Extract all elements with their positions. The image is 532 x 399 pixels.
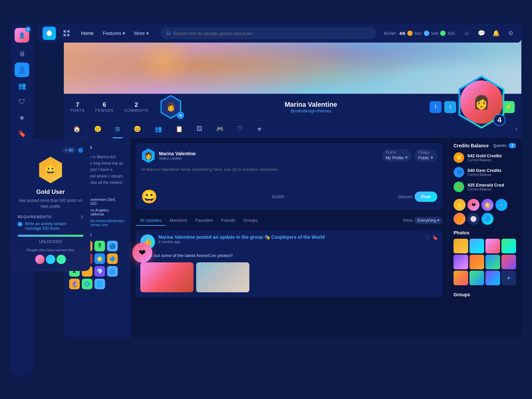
tab-star[interactable]: ★	[251, 123, 267, 135]
chat-button[interactable]: 💬	[476, 28, 487, 39]
tab-activity[interactable]: 🏠	[68, 123, 86, 135]
from-value: Los Angeles, California	[88, 208, 125, 216]
photo-9[interactable]	[454, 271, 468, 285]
app-logo	[43, 27, 56, 40]
badge-item-11: 💎	[94, 266, 105, 277]
search-bar[interactable]	[161, 27, 376, 39]
sidebar-item-star[interactable]: ★	[15, 110, 29, 125]
svg-rect-0	[64, 30, 66, 33]
composer-meta: Marina Valentine Status Update	[159, 151, 378, 160]
badge-popup-card: + 80 🔵 😀 Gold User Has posted more than …	[11, 140, 90, 271]
social-facebook[interactable]: f	[430, 101, 442, 113]
earner-avatar-2	[46, 255, 55, 264]
show-select[interactable]: Everything ▾	[414, 217, 443, 224]
profile-avatar-large[interactable]: 👩 4	[455, 75, 508, 129]
heart-fab-button[interactable]: ❤	[132, 243, 152, 263]
tab-separator-3	[127, 124, 127, 134]
photo-5[interactable]	[454, 255, 468, 269]
gem-credit-info: 540 Gem Credits Current Balance	[467, 168, 502, 177]
tab-separator-8	[230, 124, 230, 134]
activity-post: 👍 Marina Valentine posted an update in t…	[136, 230, 443, 297]
photo-10[interactable]	[469, 271, 484, 285]
nav-home[interactable]: Home	[77, 29, 97, 38]
tab-more-button[interactable]: ›	[515, 125, 517, 132]
composer-selects: Post In My Profile ▾ Privacy Public ▾	[382, 149, 437, 162]
photo-4[interactable]	[501, 239, 516, 253]
photo-more-button[interactable]: +	[501, 271, 516, 285]
quest-icon-7[interactable]: 🔷	[481, 213, 493, 225]
sidebar-item-shield[interactable]: 🛡	[15, 94, 29, 109]
post-in-value: My Profile	[386, 156, 403, 160]
post-in-select[interactable]: Post In My Profile ▾	[382, 149, 412, 162]
emoji-button[interactable]: ☺	[462, 28, 472, 39]
profile-stats: 7 POSTS 6 FRIENDS 2 COMMENTS	[70, 101, 148, 112]
tab-friends[interactable]: Friends	[217, 215, 239, 225]
tab-emoji[interactable]: 🙂	[89, 123, 107, 135]
sidebar-item-friends[interactable]: 👥	[15, 78, 29, 93]
gold-amount: 642 Gold Credits	[467, 153, 502, 158]
composer-discord-label: Discord	[398, 195, 412, 199]
nav-features[interactable]: Features ▾	[99, 29, 129, 38]
sidebar-item-profile[interactable]: 👤	[15, 63, 29, 77]
profile-avatar-small: 👩 4	[159, 95, 183, 119]
svg-rect-3	[67, 34, 69, 36]
post-button[interactable]: Post	[415, 192, 437, 202]
gem-amount: 540 Gem Credits	[467, 168, 502, 173]
tab-groups[interactable]: Groups	[239, 215, 262, 225]
quest-icon-2[interactable]: ❤	[467, 199, 479, 211]
post-actions-top: ♡ 🔖	[425, 234, 438, 241]
gem-credit-icon: 💙	[454, 167, 464, 178]
bell-button[interactable]: 🔔	[491, 28, 501, 39]
social-twitter[interactable]: t	[444, 101, 456, 113]
photo-6[interactable]	[469, 255, 484, 269]
sidebar-item-bookmark[interactable]: 🔖	[15, 126, 29, 141]
privacy-select[interactable]: Privacy Public ▾	[414, 149, 437, 162]
quest-icon-5[interactable]: 🔶	[454, 213, 466, 225]
photo-3[interactable]	[485, 239, 500, 253]
badge-description: Has posted more than 500 posts on their …	[18, 198, 83, 209]
photo-11[interactable]	[485, 271, 500, 285]
quest-icon-6[interactable]: ⚪	[467, 213, 479, 225]
search-input[interactable]	[173, 31, 371, 36]
composer-type: Status Update	[159, 156, 378, 160]
photo-7[interactable]	[485, 255, 500, 269]
quest-icons: ⭐ ❤ 🌟 💠 🔶 ⚪ 🔷	[454, 199, 516, 225]
composer-textarea[interactable]	[141, 167, 437, 184]
rank-area: RANK: 4/6 642 540 425	[384, 31, 455, 36]
tab-all-updates[interactable]: All Updates	[136, 215, 166, 225]
badge-item-3: 🎖	[94, 241, 105, 251]
photo-8[interactable]	[501, 255, 516, 269]
tab-mentions[interactable]: Mentions	[166, 215, 191, 225]
tab-separator-6	[190, 124, 190, 134]
post-bookmark-button[interactable]: 🔖	[432, 235, 438, 240]
quests-count: 7	[509, 143, 516, 148]
tab-shield[interactable]: 🛡	[232, 123, 248, 135]
tab-smiley[interactable]: 😊	[128, 123, 146, 135]
post-like-button[interactable]: ♡	[425, 234, 430, 241]
nav-more[interactable]: More ▾	[130, 29, 153, 38]
badge-item-7: 🌟	[94, 253, 105, 264]
sidebar-notification-badge: 4	[25, 27, 31, 32]
tab-separator-1	[87, 124, 87, 134]
sidebar-avatar-wrap[interactable]: 👤 4	[15, 28, 29, 43]
composer-emoji[interactable]: 😀	[141, 189, 158, 204]
photos-title: Photos	[454, 230, 516, 235]
badge-title: Gold User	[18, 189, 83, 196]
quest-icon-3[interactable]: 🌟	[481, 199, 493, 211]
credit-row-gem: 💙 540 Gem Credits Current Balance	[454, 167, 516, 178]
tab-favorites[interactable]: Favorites	[191, 215, 217, 225]
quest-icon-4[interactable]: 💠	[495, 199, 507, 211]
tab-grid[interactable]: ⊞	[110, 123, 125, 135]
photo-1[interactable]	[454, 239, 468, 253]
tab-list[interactable]: 📋	[170, 123, 188, 135]
sidebar-item-monitor[interactable]: 🖥	[15, 47, 29, 61]
tab-game[interactable]: 🎮	[211, 123, 229, 135]
tab-people[interactable]: 👥	[149, 123, 167, 135]
top-navigation: Home Features ▾ More ▾ RANK: 4/6 642 540…	[37, 24, 521, 43]
grid-icon[interactable]	[61, 28, 72, 39]
settings-button[interactable]: ⚙	[505, 28, 516, 39]
quest-icon-1[interactable]: ⭐	[454, 199, 466, 211]
web-link[interactable]: http://www.odindesign-themes.com	[88, 219, 125, 227]
photo-2[interactable]	[469, 239, 484, 253]
tab-image[interactable]: 🖼	[191, 123, 208, 135]
